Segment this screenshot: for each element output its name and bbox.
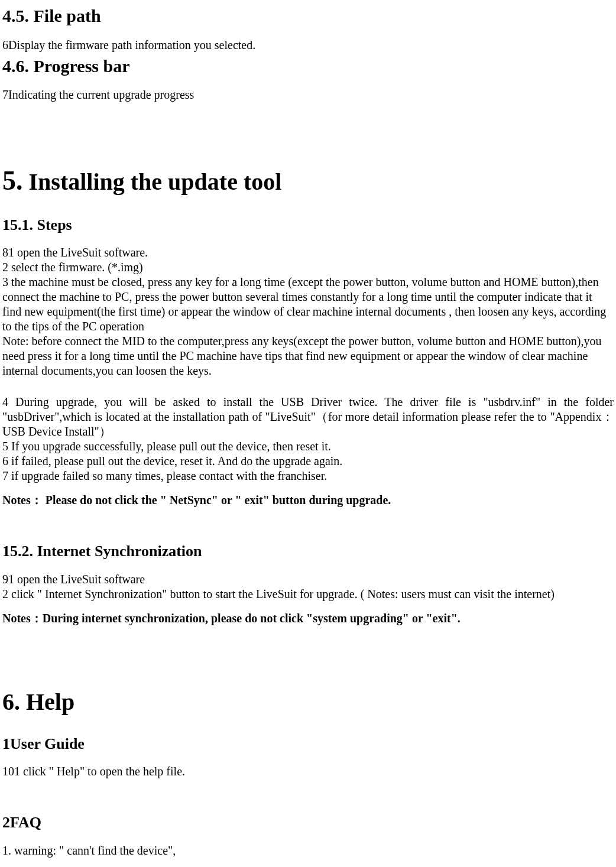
heading-internet-sync: 15.2. Internet Synchronization <box>2 542 614 561</box>
steps-line-4: 4 During upgrade, you will be asked to i… <box>2 395 614 439</box>
heading-installing-update-tool: 5. Installing the update tool <box>2 164 614 198</box>
user-guide-line-1: 101 click " Help" to open the help file. <box>2 764 614 779</box>
steps-line-3: 3 the machine must be closed, press any … <box>2 275 614 334</box>
faq-line-1: 1. warning: " cann't find the device", <box>2 843 614 858</box>
internet-sync-notes-warning: Notes：During internet synchronization, p… <box>2 611 614 626</box>
steps-notes-warning: Notes： Please do not click the " NetSync… <box>2 493 614 508</box>
heading-progress-bar: 4.6. Progress bar <box>2 55 614 77</box>
steps-note: Note: before connect the MID to the comp… <box>2 334 614 378</box>
major-number-5: 5. <box>2 165 23 196</box>
paragraph-file-path: 6Display the firmware path information y… <box>2 38 614 53</box>
heading-faq: 2FAQ <box>2 813 614 833</box>
internet-sync-line-1: 91 open the LiveSuit software <box>2 572 614 587</box>
paragraph-progress-bar: 7Indicating the current upgrade progress <box>2 87 614 102</box>
heading-user-guide: 1User Guide <box>2 735 614 754</box>
heading-file-path: 4.5. File path <box>2 5 614 27</box>
heading-steps: 15.1. Steps <box>2 216 614 235</box>
steps-line-7: 7 if upgrade failed so many times, pleas… <box>2 469 614 483</box>
steps-line-1: 81 open the LiveSuit software. <box>2 245 614 260</box>
major-title-install: Installing the update tool <box>23 168 282 195</box>
steps-line-5: 5 If you upgrade successfully, please pu… <box>2 439 614 454</box>
steps-line-2: 2 select the firmware. (*.img) <box>2 260 614 275</box>
heading-help: 6. Help <box>2 687 614 717</box>
steps-line-6: 6 if failed, please pull out the device,… <box>2 454 614 469</box>
internet-sync-line-2: 2 click " Internet Synchronization" butt… <box>2 587 614 602</box>
